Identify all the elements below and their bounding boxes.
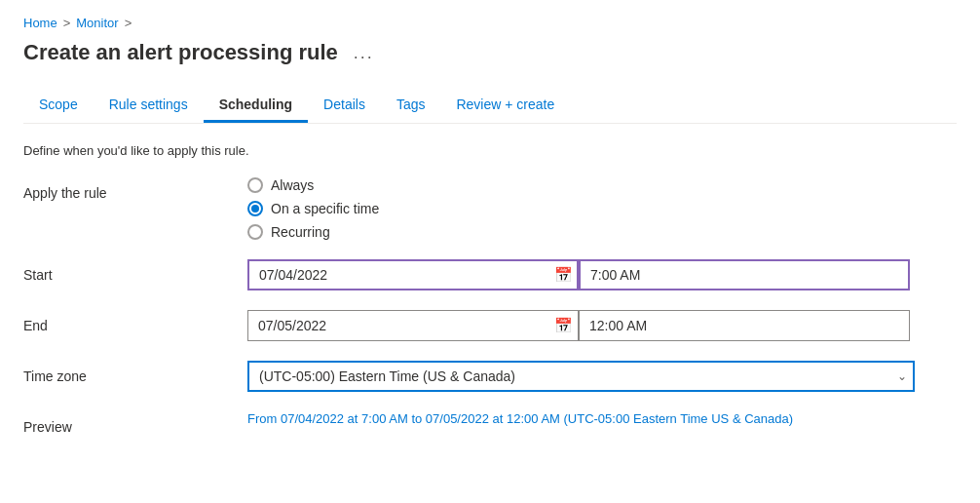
radio-always-input[interactable] <box>247 177 263 193</box>
start-row: Start 📅 <box>23 259 957 290</box>
breadcrumb-sep1: > <box>63 16 71 30</box>
timezone-label: Time zone <box>23 361 247 384</box>
end-date-wrapper: 📅 <box>247 310 579 341</box>
radio-recurring[interactable]: Recurring <box>247 224 379 240</box>
preview-label: Preview <box>23 411 247 435</box>
end-label: End <box>23 310 247 333</box>
apply-rule-controls: Always On a specific time Recurring <box>247 177 379 240</box>
breadcrumb: Home > Monitor > <box>23 16 957 30</box>
tab-details[interactable]: Details <box>308 89 381 123</box>
start-time-input[interactable] <box>579 259 910 290</box>
tab-scope[interactable]: Scope <box>23 89 94 123</box>
preview-text: From 07/04/2022 at 7:00 AM to 07/05/2022… <box>247 411 793 426</box>
end-time-input[interactable] <box>579 310 910 341</box>
radio-recurring-input[interactable] <box>247 224 263 240</box>
radio-always-label: Always <box>271 177 314 193</box>
form-section: Apply the rule Always On a specific time… <box>23 177 957 435</box>
end-row: End 📅 <box>23 310 957 341</box>
timezone-row: Time zone (UTC-05:00) Eastern Time (US &… <box>23 361 957 392</box>
page-title-row: Create an alert processing rule ... <box>23 40 957 65</box>
radio-specific-time[interactable]: On a specific time <box>247 201 379 216</box>
preview-row: Preview From 07/04/2022 at 7:00 AM to 07… <box>23 411 957 435</box>
radio-specific-time-input[interactable] <box>247 201 263 216</box>
end-date-input[interactable] <box>247 310 579 341</box>
start-date-wrapper: 📅 <box>247 259 579 290</box>
end-date-time: 📅 <box>247 310 910 341</box>
more-options-button[interactable]: ... <box>348 42 380 63</box>
breadcrumb-sep2: > <box>125 16 132 30</box>
tab-scheduling[interactable]: Scheduling <box>204 89 308 123</box>
radio-always[interactable]: Always <box>247 177 379 193</box>
radio-recurring-label: Recurring <box>271 224 330 240</box>
tab-bar: Scope Rule settings Scheduling Details T… <box>23 89 957 124</box>
tab-tags[interactable]: Tags <box>381 89 441 123</box>
radio-specific-time-label: On a specific time <box>271 201 379 216</box>
timezone-select-wrapper: (UTC-05:00) Eastern Time (US & Canada) (… <box>247 361 915 392</box>
timezone-select[interactable]: (UTC-05:00) Eastern Time (US & Canada) (… <box>247 361 915 392</box>
start-date-time: 📅 <box>247 259 910 290</box>
start-label: Start <box>23 259 247 283</box>
radio-group: Always On a specific time Recurring <box>247 177 379 240</box>
tab-rule-settings[interactable]: Rule settings <box>94 89 204 123</box>
start-date-input[interactable] <box>247 259 579 290</box>
apply-rule-label: Apply the rule <box>23 177 247 201</box>
page-title: Create an alert processing rule <box>23 40 338 65</box>
breadcrumb-home[interactable]: Home <box>23 16 57 30</box>
apply-rule-row: Apply the rule Always On a specific time… <box>23 177 957 240</box>
breadcrumb-monitor[interactable]: Monitor <box>76 16 118 30</box>
section-description: Define when you'd like to apply this rul… <box>23 143 957 158</box>
tab-review-create[interactable]: Review + create <box>440 89 570 123</box>
